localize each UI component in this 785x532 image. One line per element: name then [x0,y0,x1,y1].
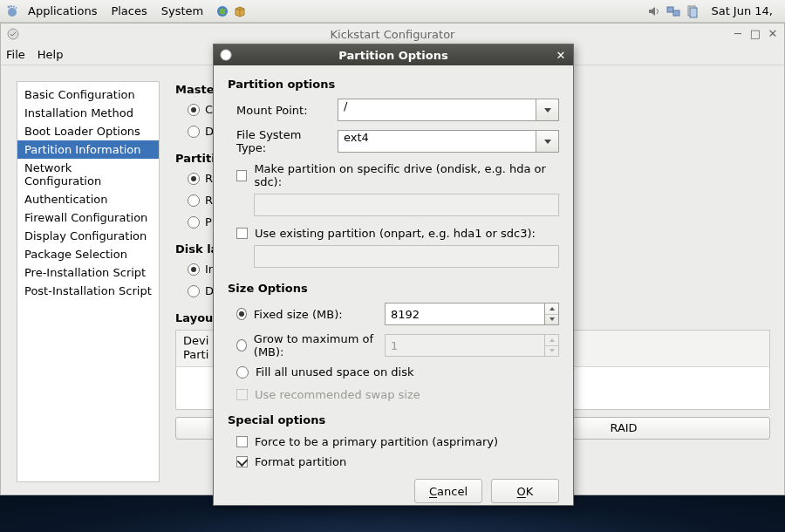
fs-type-dropdown[interactable] [536,130,559,153]
fixed-size-input[interactable] [385,303,559,325]
globe-icon[interactable] [215,4,229,18]
cancel-button[interactable]: Cancel [414,479,482,503]
fs-type-value[interactable]: ext4 [338,130,536,153]
svg-rect-6 [667,7,673,12]
minimize-button[interactable]: ─ [732,27,744,39]
fs-type-label: File System Type: [228,128,331,154]
disk-radio-0[interactable] [188,263,200,276]
fill-radio[interactable] [236,366,249,379]
mount-point-dropdown[interactable] [536,99,559,121]
foot-icon [5,4,19,18]
close-button[interactable]: ✕ [767,27,779,39]
ok-button[interactable]: OK [491,479,559,503]
part-radio-2-label: P [205,215,212,228]
sidebar-item-network[interactable]: Network Configuration [17,159,159,190]
sidebar-item-firewall[interactable]: Firewall Configuration [17,208,159,227]
master-radio-0[interactable] [188,104,200,116]
svg-point-1 [8,5,10,8]
fs-type-combo[interactable]: ext4 [338,130,559,153]
fixed-size-label: Fixed size (MB): [254,308,378,321]
svg-point-11 [221,50,231,60]
app-icon [6,27,20,41]
menu-places[interactable]: Places [106,3,152,19]
svg-point-3 [13,5,15,7]
maximize-button[interactable]: □ [749,27,761,39]
ondisk-checkbox[interactable] [236,170,247,181]
menu-help[interactable]: Help [38,48,64,61]
mount-point-value[interactable]: / [338,99,536,121]
part-radio-0[interactable] [188,173,200,185]
clipboard-icon[interactable] [685,4,700,18]
swap-checkbox [236,389,248,400]
dialog-titlebar: Partition Options ✕ [214,44,573,65]
mount-point-combo[interactable]: / [338,99,559,121]
format-label: Format partition [255,455,346,468]
sidebar-item-basic[interactable]: Basic Configuration [17,85,159,104]
part-radio-1-label: R [205,194,213,207]
chevron-down-icon [544,108,551,113]
ondisk-label: Make partition on specific drive (ondisk… [254,162,559,188]
sidebar-item-install-method[interactable]: Installation Method [17,104,159,122]
chevron-down-icon [544,140,551,144]
network-icon[interactable] [666,4,681,18]
dialog-icon [219,48,233,62]
onpart-input [254,245,559,268]
clock[interactable]: Sat Jun 14, [704,4,780,17]
gnome-top-panel: Applications Places System Sat Jun 14, [0,0,785,23]
fill-label: Fill all unused space on disk [256,365,413,379]
onpart-checkbox[interactable] [236,228,248,239]
svg-rect-7 [673,10,679,16]
fixed-size-field[interactable] [385,303,545,325]
fixed-size-radio[interactable] [236,308,247,320]
ondisk-input [254,194,559,216]
window-title: Kickstart Configurator [331,28,455,41]
svg-point-10 [8,29,18,39]
menu-file[interactable]: File [6,48,25,61]
sidebar-item-postinstall[interactable]: Post-Installation Script [17,282,159,300]
section-sidebar: Basic Configuration Installation Method … [17,81,160,482]
grow-radio[interactable] [236,339,247,351]
grow-label: Grow to maximum of (MB): [254,332,378,358]
package-icon[interactable] [233,4,247,18]
grow-input [385,334,559,357]
kickstart-titlebar: Kickstart Configurator ─ □ ✕ [1,24,784,44]
group-size-options: Size Options [228,282,559,295]
menu-system[interactable]: System [156,3,208,19]
sidebar-item-bootloader[interactable]: Boot Loader Options [17,122,159,140]
dialog-title: Partition Options [338,49,447,62]
volume-icon[interactable] [646,4,662,18]
part-radio-2[interactable] [188,216,200,228]
part-radio-0-label: R [205,172,213,185]
mount-point-label: Mount Point: [228,104,331,117]
sidebar-item-auth[interactable]: Authentication [17,190,159,208]
dialog-close-button[interactable]: ✕ [554,48,568,62]
format-checkbox[interactable] [236,456,248,467]
sidebar-item-partition[interactable]: Partition Information [17,140,159,159]
svg-rect-9 [690,8,697,17]
master-radio-1[interactable] [188,126,200,138]
menu-applications[interactable]: Applications [23,3,102,19]
fixed-size-spinner[interactable] [545,303,559,325]
sidebar-item-preinstall[interactable]: Pre-Installation Script [17,263,159,282]
svg-point-0 [8,8,17,17]
svg-point-2 [10,5,12,7]
svg-point-4 [16,7,17,9]
partition-options-dialog: Partition Options ✕ Partition options Mo… [213,44,574,506]
disk-radio-1[interactable] [188,285,200,297]
part-radio-1[interactable] [188,194,200,207]
asprimary-checkbox[interactable] [236,436,248,447]
group-partition-options: Partition options [228,78,559,91]
group-special-options: Special options [228,413,559,426]
grow-field [385,334,545,357]
swap-label: Use recommended swap size [255,388,420,401]
sidebar-item-packages[interactable]: Package Selection [17,245,159,263]
master-radio-0-label: C [205,103,213,116]
sidebar-item-display[interactable]: Display Configuration [17,227,159,245]
onpart-label: Use existing partition (onpart, e.g. hda… [255,227,536,240]
grow-spinner [545,334,559,357]
asprimary-label: Force to be a primary partition (asprima… [255,435,498,448]
